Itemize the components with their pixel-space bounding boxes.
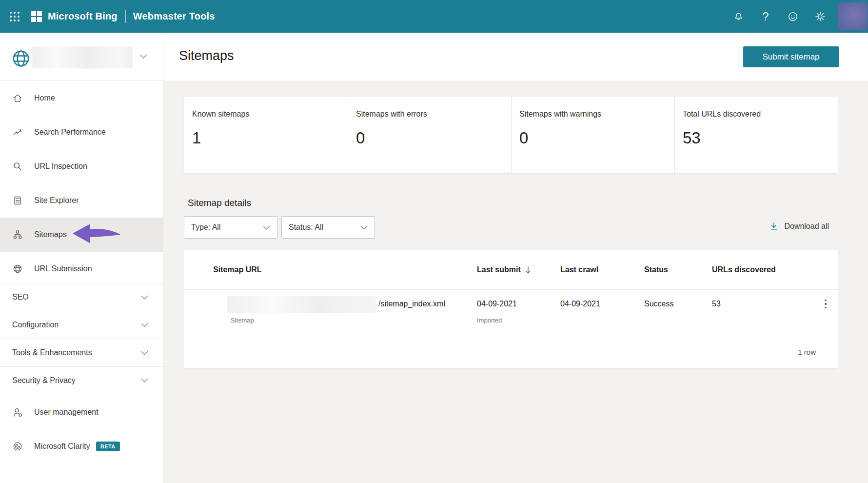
stat-label: Sitemaps with errors	[356, 110, 511, 119]
search-icon	[12, 161, 23, 172]
sidebar-item-user-management[interactable]: User management	[0, 395, 163, 429]
row-count: 1 row	[798, 348, 816, 356]
download-all-button[interactable]: Download all	[769, 221, 829, 231]
waffle-menu-icon[interactable]	[10, 12, 20, 21]
sidebar-item-label: Site Explorer	[34, 196, 79, 205]
sidebar-item-url-submission[interactable]: URL Submission	[0, 252, 163, 286]
sidebar-item-label: Microsoft Clarity	[34, 442, 90, 451]
column-header-label: Last submit	[477, 265, 521, 274]
sidebar-item-sitemaps[interactable]: Sitemaps	[0, 218, 163, 252]
sitemap-icon	[12, 229, 23, 240]
notifications-button[interactable]	[725, 0, 752, 33]
sidebar-item-site-explorer[interactable]: Site Explorer	[0, 183, 163, 218]
beta-badge: BETA	[96, 442, 120, 451]
sitemap-domain-redacted	[227, 296, 376, 313]
chevron-down-icon	[140, 54, 147, 59]
stats-summary-card: Known sitemaps 1 Sitemaps with errors 0 …	[184, 97, 838, 173]
column-header-last-submit[interactable]: Last submit	[477, 265, 531, 274]
table-header-divider	[184, 289, 838, 290]
stat-label: Known sitemaps	[192, 110, 348, 119]
sidebar-section-seo[interactable]: SEO	[0, 283, 163, 311]
column-header-urls-discovered: URLs discovered	[712, 265, 776, 274]
brand-separator	[125, 10, 126, 23]
sidebar-nav: Home Search Performance URL Inspection	[0, 81, 163, 286]
sidebar-item-label: URL Inspection	[34, 162, 87, 171]
last-crawl-value: 04-09-2021	[560, 300, 600, 308]
topbar-actions: ?	[725, 0, 834, 33]
stat-sitemaps-with-warnings: Sitemaps with warnings 0	[511, 97, 674, 173]
page-header: Sitemaps Submit sitemap	[163, 33, 868, 80]
sidebar-item-label: Sitemaps	[34, 230, 67, 239]
sidebar-section-security-privacy[interactable]: Security & Privacy	[0, 366, 163, 394]
status-filter-value: Status: All	[289, 223, 323, 232]
globe-icon	[12, 263, 23, 274]
section-label: Security & Privacy	[12, 376, 76, 385]
gear-icon	[814, 11, 826, 22]
chevron-down-icon	[360, 225, 368, 230]
type-filter-dropdown[interactable]: Type: All	[184, 216, 277, 239]
sitemap-url-suffix: /sitemap_index.xml	[378, 300, 445, 308]
stat-value: 53	[683, 129, 838, 147]
main-content: Sitemaps Submit sitemap Known sitemaps 1…	[163, 33, 868, 483]
stat-value: 1	[192, 129, 348, 147]
help-button[interactable]: ?	[752, 0, 779, 33]
column-header-status: Status	[644, 265, 668, 274]
row-more-options-button[interactable]	[818, 297, 833, 311]
clarity-icon	[12, 441, 23, 452]
status-filter-dropdown[interactable]: Status: All	[281, 216, 375, 239]
site-globe-icon	[11, 48, 31, 69]
site-selector[interactable]	[0, 33, 163, 80]
trend-up-icon	[12, 127, 23, 138]
smiley-icon	[787, 11, 799, 22]
sort-descending-icon	[525, 266, 531, 274]
sidebar-item-microsoft-clarity[interactable]: Microsoft Clarity BETA	[0, 429, 163, 463]
section-label: Configuration	[12, 321, 59, 329]
sidebar-item-label: URL Submission	[34, 264, 92, 273]
sidebar-footer: User management Microsoft Clarity BETA	[0, 395, 163, 463]
user-gear-icon	[12, 407, 23, 418]
column-header-last-crawl: Last crawl	[560, 265, 598, 274]
sidebar: Home Search Performance URL Inspection	[0, 33, 163, 483]
stat-known-sitemaps: Known sitemaps 1	[184, 97, 348, 173]
home-icon	[12, 93, 23, 103]
top-bar: Microsoft Bing Webmaster Tools ?	[0, 0, 868, 33]
chevron-down-icon	[141, 323, 148, 327]
stat-sitemaps-with-errors: Sitemaps with errors 0	[348, 97, 511, 173]
chevron-down-icon	[141, 351, 148, 355]
sidebar-item-search-performance[interactable]: Search Performance	[0, 115, 163, 149]
chevron-down-icon	[141, 295, 148, 300]
settings-button[interactable]	[807, 0, 834, 33]
product-text: Webmaster Tools	[133, 11, 215, 22]
last-submit-value: 04-09-2021	[477, 300, 517, 308]
sidebar-item-url-inspection[interactable]: URL Inspection	[0, 149, 163, 183]
sidebar-item-label: User management	[34, 408, 99, 417]
sitemap-type-label: Sitemap	[231, 317, 254, 324]
sidebar-item-label: Search Performance	[34, 128, 106, 137]
sidebar-sections: SEO Configuration Tools & Enhancements S…	[0, 283, 163, 394]
sitemaps-table: Sitemap URL Last submit Last crawl Statu…	[184, 250, 838, 368]
chevron-down-icon	[263, 225, 270, 230]
section-label: Tools & Enhancements	[12, 348, 92, 357]
user-avatar[interactable]	[838, 2, 868, 30]
bell-icon	[733, 11, 744, 22]
stat-label: Total URLs discovered	[683, 110, 838, 119]
microsoft-logo-icon	[31, 11, 42, 22]
sidebar-section-tools-enhancements[interactable]: Tools & Enhancements	[0, 339, 163, 366]
brand-text: Microsoft Bing	[48, 11, 118, 22]
sidebar-item-home[interactable]: Home	[0, 81, 163, 115]
column-header-sitemap-url: Sitemap URL	[213, 265, 262, 274]
download-all-label: Download all	[784, 222, 829, 231]
sidebar-section-configuration[interactable]: Configuration	[0, 311, 163, 339]
submit-sitemap-button[interactable]: Submit sitemap	[743, 46, 839, 67]
download-icon	[769, 221, 779, 231]
document-list-icon	[12, 195, 23, 206]
submit-note: Imported	[477, 317, 502, 324]
site-name-redacted	[32, 46, 133, 68]
stat-value: 0	[356, 129, 511, 147]
urls-discovered-value: 53	[712, 300, 721, 308]
feedback-button[interactable]	[779, 0, 807, 33]
status-value: Success	[644, 300, 673, 308]
stat-label: Sitemaps with warnings	[519, 110, 674, 119]
chevron-down-icon	[141, 378, 148, 382]
stat-value: 0	[519, 129, 674, 147]
